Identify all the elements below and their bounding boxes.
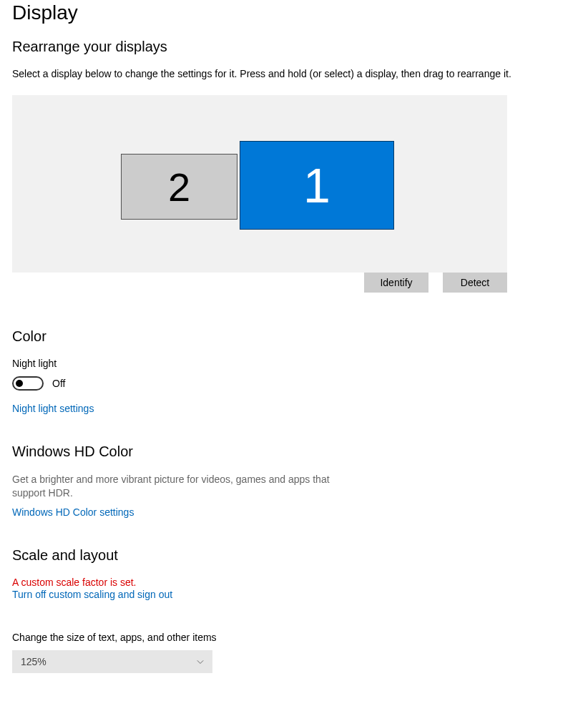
rearrange-section: Rearrange your displays Select a display… [12,39,588,293]
color-section: Color Night light Off Night light settin… [12,328,588,415]
rearrange-help-text: Select a display below to change the set… [12,68,588,79]
hdr-settings-link[interactable]: Windows HD Color settings [12,506,134,518]
display-action-buttons: Identify Detect [12,273,507,293]
detect-button[interactable]: Detect [443,273,507,293]
color-heading: Color [12,328,588,345]
text-size-label: Change the size of text, apps, and other… [12,632,588,643]
night-light-settings-link[interactable]: Night light settings [12,403,94,414]
hdr-heading: Windows HD Color [12,443,588,460]
scale-dropdown[interactable]: 125% [12,650,212,673]
night-light-state: Off [52,378,65,389]
custom-scale-warning: A custom scale factor is set. [12,577,588,588]
scale-heading: Scale and layout [12,547,588,564]
scale-section: Scale and layout A custom scale factor i… [12,547,588,673]
rearrange-heading: Rearrange your displays [12,39,588,55]
monitor-2-label: 2 [168,164,190,210]
hdr-section: Windows HD Color Get a brighter and more… [12,443,588,519]
hdr-description: Get a brighter and more vibrant picture … [12,473,334,500]
scale-dropdown-value: 125% [21,656,46,667]
chevron-down-icon [197,658,204,665]
night-light-toggle[interactable] [12,376,44,391]
monitor-1-label: 1 [303,157,330,213]
monitor-1[interactable]: 1 [240,141,394,230]
monitor-2[interactable]: 2 [121,154,237,220]
turn-off-scaling-link[interactable]: Turn off custom scaling and sign out [12,589,172,600]
night-light-label: Night light [12,358,588,369]
identify-button[interactable]: Identify [364,273,428,293]
display-arrangement-canvas[interactable]: 2 1 [12,95,507,273]
page-title: Display [12,1,588,24]
toggle-knob [16,380,23,387]
